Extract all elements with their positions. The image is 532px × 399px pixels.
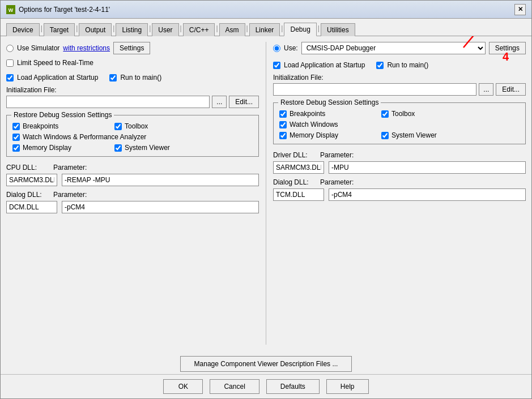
tab-asm[interactable]: Asm bbox=[219, 23, 245, 36]
tab-output[interactable]: Output bbox=[79, 23, 112, 36]
left-watch-windows-checkbox[interactable] bbox=[12, 134, 20, 141]
right-dialog-dll-inputs bbox=[273, 188, 526, 201]
left-memory-display-item: Memory Display bbox=[12, 144, 103, 152]
dialog-content: Use Simulator with restrictions Settings… bbox=[1, 36, 531, 374]
left-cpu-dll-input[interactable] bbox=[6, 174, 57, 186]
right-watch-windows-label: Watch Windows bbox=[290, 121, 338, 128]
right-restore-row-2: Watch Windows bbox=[279, 121, 520, 128]
right-run-to-main-label: Run to main() bbox=[387, 61, 428, 69]
left-dialog-dll-inputs bbox=[6, 201, 259, 213]
left-restore-group-content: Breakpoints Toolbox Watch Windows & Perf… bbox=[12, 122, 253, 152]
left-load-app-checkbox[interactable] bbox=[6, 74, 14, 81]
right-breakpoints-item: Breakpoints bbox=[279, 110, 370, 118]
right-edit-button[interactable]: Edit... bbox=[496, 83, 526, 96]
use-simulator-radio[interactable] bbox=[6, 45, 14, 52]
right-dialog-param-label: Parameter: bbox=[320, 178, 354, 186]
tab-listing[interactable]: Listing bbox=[116, 23, 148, 36]
left-cpu-dll-label: CPU DLL: bbox=[6, 164, 49, 171]
right-driver-dll-inputs bbox=[273, 161, 526, 174]
panels-area: Use Simulator with restrictions Settings… bbox=[1, 36, 531, 350]
tab-target[interactable]: Target bbox=[44, 23, 75, 36]
left-run-to-main-checkbox[interactable] bbox=[109, 74, 117, 81]
right-driver-param-input[interactable] bbox=[329, 161, 526, 174]
right-dialog-dll-row: Dialog DLL: Parameter: bbox=[273, 178, 526, 186]
tab-debug[interactable]: Debug bbox=[284, 23, 316, 36]
left-toolbox-item: Toolbox bbox=[114, 122, 205, 130]
manage-component-viewer-button[interactable]: Manage Component Viewer Description File… bbox=[180, 356, 352, 372]
tab-cpp[interactable]: C/C++ bbox=[183, 23, 215, 36]
left-browse-button[interactable]: ... bbox=[212, 96, 227, 108]
tab-bar: Device | Target | Output | Listing | Use… bbox=[1, 19, 531, 36]
right-dialog-dll-input[interactable] bbox=[273, 188, 324, 201]
ok-button[interactable]: OK bbox=[163, 379, 203, 394]
use-simulator-label: Use Simulator bbox=[17, 44, 59, 52]
right-init-file-section: Initialization File: ... Edit... bbox=[273, 74, 526, 96]
right-breakpoints-label: Breakpoints bbox=[290, 110, 325, 118]
limit-speed-checkbox[interactable] bbox=[6, 59, 14, 67]
left-breakpoints-item: Breakpoints bbox=[12, 122, 103, 130]
help-button[interactable]: Help bbox=[326, 379, 369, 394]
right-run-to-main-row: Run to main() bbox=[376, 61, 428, 69]
right-watch-windows-checkbox[interactable] bbox=[279, 121, 287, 128]
left-memory-display-label: Memory Display bbox=[23, 144, 71, 152]
right-settings-button[interactable]: Settings bbox=[489, 42, 526, 54]
right-run-to-main-checkbox[interactable] bbox=[376, 62, 384, 69]
left-load-app-row: Load Application at Startup bbox=[6, 74, 98, 81]
use-debugger-row: Use: CMSIS-DAP Debugger J-LINK / J-TRACE… bbox=[273, 42, 526, 54]
right-memory-display-checkbox[interactable] bbox=[279, 132, 287, 139]
left-system-viewer-checkbox[interactable] bbox=[114, 144, 122, 152]
right-system-viewer-label: System Viewer bbox=[391, 131, 437, 139]
left-dialog-dll-label: Dialog DLL: bbox=[6, 191, 49, 199]
tab-device[interactable]: Device bbox=[6, 23, 40, 36]
left-cpu-param-input[interactable] bbox=[62, 174, 259, 186]
left-dialog-dll-input[interactable] bbox=[6, 201, 57, 213]
panel-divider bbox=[266, 42, 266, 345]
right-driver-dll-row: Driver DLL: Parameter: bbox=[273, 151, 526, 159]
left-init-file-row: ... Edit... bbox=[6, 96, 259, 108]
left-init-file-section: Initialization File: ... Edit... bbox=[6, 86, 259, 108]
left-cpu-dll-inputs bbox=[6, 174, 259, 186]
left-edit-button[interactable]: Edit... bbox=[229, 96, 259, 108]
debugger-select[interactable]: CMSIS-DAP Debugger J-LINK / J-TRACE Cort… bbox=[301, 42, 486, 54]
left-init-file-input[interactable] bbox=[6, 96, 210, 108]
use-simulator-row: Use Simulator with restrictions Settings bbox=[6, 42, 259, 54]
right-breakpoints-checkbox[interactable] bbox=[279, 110, 287, 118]
use-debugger-radio[interactable] bbox=[273, 45, 280, 52]
close-button[interactable]: ✕ bbox=[514, 4, 526, 15]
tab-utilities[interactable]: Utilities bbox=[321, 23, 355, 36]
left-restore-group-title: Restore Debug Session Settings bbox=[11, 111, 114, 119]
right-init-file-row: ... Edit... bbox=[273, 83, 526, 96]
left-toolbox-checkbox[interactable] bbox=[114, 123, 122, 130]
right-toolbox-checkbox[interactable] bbox=[381, 110, 389, 118]
right-system-viewer-checkbox[interactable] bbox=[381, 132, 389, 139]
tab-user[interactable]: User bbox=[152, 23, 178, 36]
right-browse-button[interactable]: ... bbox=[479, 83, 493, 96]
left-dialog-param-input[interactable] bbox=[62, 201, 259, 213]
left-settings-button[interactable]: Settings bbox=[113, 42, 150, 54]
left-system-viewer-label: System Viewer bbox=[125, 144, 170, 152]
bottom-bar: OK Cancel Defaults Help bbox=[1, 374, 531, 398]
right-load-app-label: Load Application at Startup bbox=[284, 61, 365, 69]
left-run-to-main-row: Run to main() bbox=[109, 74, 161, 81]
right-system-viewer-item: System Viewer bbox=[381, 131, 472, 139]
with-restrictions-link[interactable]: with restrictions bbox=[63, 44, 110, 52]
left-breakpoints-checkbox[interactable] bbox=[12, 123, 20, 130]
left-system-viewer-item: System Viewer bbox=[114, 144, 205, 152]
right-driver-dll-input[interactable] bbox=[273, 161, 324, 174]
limit-speed-label: Limit Speed to Real-Time bbox=[17, 59, 93, 67]
tab-linker[interactable]: Linker bbox=[249, 23, 280, 36]
right-memory-display-item: Memory Display bbox=[279, 131, 370, 139]
right-dll-section: Driver DLL: Parameter: Dialog DLL: Param… bbox=[273, 151, 526, 201]
cancel-button[interactable]: Cancel bbox=[210, 379, 259, 394]
limit-speed-row: Limit Speed to Real-Time bbox=[6, 59, 259, 67]
defaults-button[interactable]: Defaults bbox=[266, 379, 320, 394]
right-init-file-input[interactable] bbox=[273, 83, 476, 96]
left-restore-row-2: Watch Windows & Performance Analyzer bbox=[12, 133, 253, 141]
left-memory-display-checkbox[interactable] bbox=[12, 144, 20, 152]
svg-text:W: W bbox=[8, 7, 14, 13]
app-icon: W bbox=[6, 5, 15, 14]
left-dll-section: CPU DLL: Parameter: Dialog DLL: Paramete… bbox=[6, 164, 259, 213]
left-toolbox-label: Toolbox bbox=[125, 122, 148, 130]
right-dialog-param-input[interactable] bbox=[329, 188, 526, 201]
right-load-app-checkbox[interactable] bbox=[273, 62, 280, 69]
